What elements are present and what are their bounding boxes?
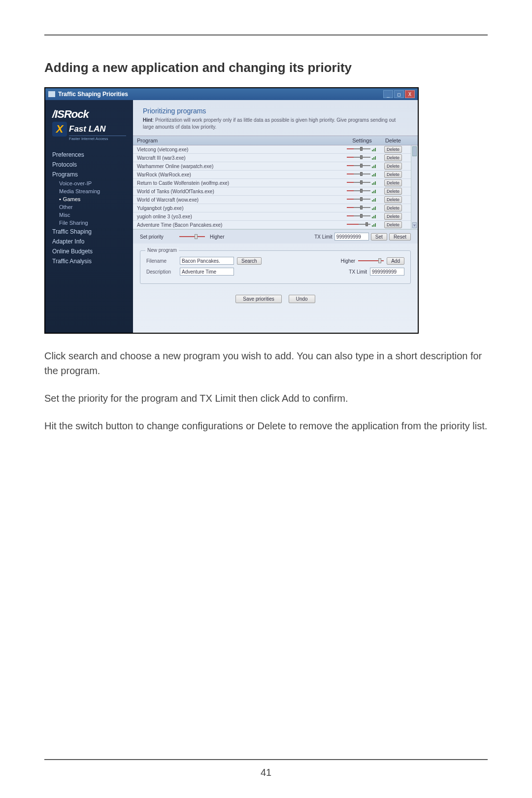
sidebar-nav: PreferencesProtocolsProgramsVoice-over-I…	[45, 150, 133, 266]
program-cell: World of Tanks (WorldOfTanks.exe)	[137, 189, 345, 194]
delete-cell: Delete	[379, 196, 407, 203]
titlebar[interactable]: Traffic Shaping Priorities _ □ X	[45, 88, 418, 100]
sidebar-item-adapter-info[interactable]: Adapter Info	[45, 237, 133, 246]
program-cell: Warcraft III (war3.exe)	[137, 155, 345, 161]
txlimit-input[interactable]	[334, 233, 369, 241]
delete-button[interactable]: Delete	[384, 146, 402, 153]
set-button[interactable]: Set	[371, 233, 387, 241]
settings-cell[interactable]	[345, 172, 379, 177]
program-cell: Vietcong (vietcong.exe)	[137, 147, 345, 152]
delete-button[interactable]: Delete	[384, 188, 402, 195]
save-priorities-button[interactable]: Save priorities	[235, 295, 281, 303]
delete-button[interactable]: Delete	[384, 154, 402, 161]
instruction-1: Click search and choose a new program yo…	[44, 348, 488, 378]
txlimit-label: TX Limit	[314, 234, 332, 240]
search-button[interactable]: Search	[237, 257, 262, 265]
new-program-group: New program Filename Search Higher Add D…	[140, 250, 411, 284]
delete-cell: Delete	[379, 188, 407, 195]
new-txlimit-input[interactable]	[370, 268, 404, 276]
brand-logo: /ISRock	[52, 108, 126, 121]
table-row[interactable]: Adventure Time (Bacon Pancakes.exe)Delet…	[133, 221, 411, 229]
settings-cell[interactable]	[345, 197, 379, 203]
instruction-2: Set the priority for the program and TX …	[44, 391, 488, 406]
hint-label: Hint	[143, 117, 152, 123]
sidebar: /ISRock X Fast LAN Faster Internet Acces…	[45, 100, 133, 333]
delete-button[interactable]: Delete	[384, 213, 402, 220]
table-row[interactable]: World of Warcraft (wow.exe)Delete	[133, 196, 411, 204]
col-program[interactable]: Program	[137, 138, 345, 143]
table-row[interactable]: Warcraft III (war3.exe)Delete	[133, 154, 411, 162]
description-input[interactable]	[180, 268, 234, 276]
delete-button[interactable]: Delete	[384, 205, 402, 211]
priority-slider[interactable]	[179, 234, 205, 240]
delete-button[interactable]: Delete	[384, 196, 402, 203]
sidebar-item-preferences[interactable]: Preferences	[45, 150, 133, 160]
settings-cell[interactable]	[345, 205, 379, 211]
sidebar-item-programs[interactable]: Programs	[45, 170, 133, 179]
scrollbar[interactable]: v	[411, 145, 418, 229]
table-row[interactable]: Return to Castle Wolfenstein (wolfmp.exe…	[133, 179, 411, 187]
delete-button[interactable]: Delete	[384, 171, 402, 178]
settings-cell[interactable]	[345, 180, 379, 186]
delete-button[interactable]: Delete	[384, 221, 402, 228]
settings-cell[interactable]	[345, 155, 379, 161]
delete-button[interactable]: Delete	[384, 163, 402, 170]
delete-button[interactable]: Delete	[384, 179, 402, 186]
scroll-down-icon[interactable]: v	[412, 222, 417, 228]
undo-button[interactable]: Undo	[289, 295, 315, 303]
settings-cell[interactable]	[345, 213, 379, 219]
sidebar-item-media-streaming[interactable]: Media Streaming	[45, 187, 133, 195]
page-footer: 41	[44, 759, 488, 778]
settings-cell[interactable]	[345, 163, 379, 169]
delete-cell: Delete	[379, 205, 407, 211]
close-button[interactable]: X	[405, 90, 415, 98]
app-window: Traffic Shaping Priorities _ □ X /ISRock…	[44, 87, 419, 334]
table-row[interactable]: Vietcong (vietcong.exe)Delete	[133, 145, 411, 154]
filename-input[interactable]	[180, 257, 234, 265]
program-cell: Yulgangbot (ygb.exe)	[137, 206, 345, 211]
sidebar-item-misc[interactable]: Misc	[45, 211, 133, 219]
sidebar-item-games[interactable]: Games	[45, 195, 133, 203]
delete-cell: Delete	[379, 154, 407, 161]
table-row[interactable]: World of Tanks (WorldOfTanks.exe)Delete	[133, 187, 411, 196]
settings-cell[interactable]	[345, 222, 379, 228]
hint-text: : Prioritization will work properly only…	[143, 117, 396, 130]
delete-cell: Delete	[379, 171, 407, 178]
reset-button[interactable]: Reset	[389, 233, 411, 241]
sidebar-item-voice-over-ip[interactable]: Voice-over-IP	[45, 179, 133, 187]
table-row[interactable]: Warhammer Online (warpatch.exe)Delete	[133, 162, 411, 171]
table-row[interactable]: yugioh online 3 (yo3.exe)Delete	[133, 212, 411, 221]
table-row[interactable]: WarRock (WarRock.exe)Delete	[133, 171, 411, 179]
set-priority-bar: Set priority Higher TX Limit Set Reset	[133, 229, 418, 243]
description-label: Description	[146, 269, 177, 275]
page-number: 41	[261, 767, 271, 778]
sidebar-item-traffic-analysis[interactable]: Traffic Analysis	[45, 256, 133, 266]
sidebar-item-other[interactable]: Other	[45, 203, 133, 211]
sidebar-item-file-sharing[interactable]: File Sharing	[45, 219, 133, 227]
scroll-thumb[interactable]	[412, 146, 417, 156]
minimize-button[interactable]: _	[383, 90, 393, 98]
brand-product: Fast LAN	[69, 124, 106, 134]
sidebar-item-protocols[interactable]: Protocols	[45, 160, 133, 170]
sidebar-item-online-budgets[interactable]: Online Budgets	[45, 246, 133, 256]
add-button[interactable]: Add	[387, 257, 404, 265]
delete-cell: Delete	[379, 213, 407, 220]
maximize-button[interactable]: □	[394, 90, 404, 98]
sidebar-item-traffic-shaping[interactable]: Traffic Shaping	[45, 227, 133, 237]
section-title: Adding a new application and changing it…	[44, 60, 488, 75]
col-settings[interactable]: Settings	[345, 138, 379, 143]
settings-cell[interactable]	[345, 188, 379, 194]
program-cell: World of Warcraft (wow.exe)	[137, 197, 345, 203]
main-panel: Prioritizing programs Hint: Prioritizati…	[133, 100, 418, 333]
program-cell: Return to Castle Wolfenstein (wolfmp.exe…	[137, 180, 345, 186]
col-delete[interactable]: Delete	[379, 138, 407, 143]
table-row[interactable]: Yulgangbot (ygb.exe)Delete	[133, 204, 411, 212]
panel-hint: Hint: Prioritization will work properly …	[143, 117, 408, 131]
delete-cell: Delete	[379, 146, 407, 153]
new-priority-slider[interactable]	[358, 258, 384, 264]
delete-cell: Delete	[379, 163, 407, 170]
new-txlimit-label: TX Limit	[349, 269, 367, 275]
settings-cell[interactable]	[345, 146, 379, 152]
table-header: Program Settings Delete	[133, 136, 418, 145]
filename-label: Filename	[146, 258, 177, 264]
